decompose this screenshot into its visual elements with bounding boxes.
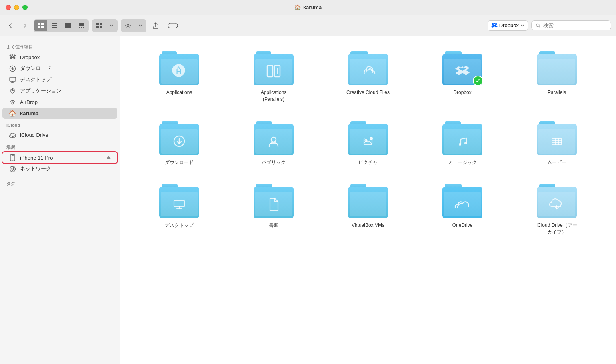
svg-rect-15 [100, 23, 102, 25]
folder-parallels [537, 51, 577, 85]
tag-button[interactable] [165, 20, 181, 31]
iphone-sidebar-icon [9, 154, 16, 161]
home-sidebar-icon: 🏠 [9, 110, 16, 117]
toolbar: Dropbox [0, 15, 616, 36]
svg-rect-1 [41, 23, 44, 25]
file-item-dropbox[interactable]: ✓ Dropbox [419, 48, 506, 106]
svg-line-21 [539, 26, 540, 28]
close-button[interactable] [6, 5, 11, 10]
folder-apps-parallels [254, 51, 294, 85]
sidebar-item-dropbox[interactable]: Dropbox [2, 52, 117, 63]
svg-point-20 [536, 24, 539, 26]
sidebar-label-icloud-drive: iCloud Drive [20, 132, 48, 138]
folder-downloads [159, 121, 199, 155]
svg-rect-7 [65, 23, 67, 28]
svg-rect-55 [174, 200, 184, 207]
file-item-public[interactable]: パブリック [230, 118, 317, 169]
file-area: 🅐 Applications [120, 36, 616, 364]
file-item-music[interactable]: ミュージック [419, 118, 506, 169]
maximize-button[interactable] [22, 5, 28, 10]
file-item-movies[interactable]: ムービー [514, 118, 600, 169]
file-item-desktop-folder[interactable]: デスクトップ [136, 181, 222, 239]
svg-rect-3 [41, 26, 44, 28]
sidebar-item-icloud-drive[interactable]: iCloud Drive [2, 129, 117, 140]
gear-dropdown-button[interactable] [135, 20, 146, 31]
svg-rect-19 [168, 23, 178, 28]
sidebar-item-network[interactable]: ネットワーク [2, 163, 117, 174]
folder-pictures [348, 121, 388, 155]
file-label-parallels: Parallels [548, 89, 566, 96]
svg-rect-12 [81, 27, 82, 28]
file-item-pictures[interactable]: ピクチャ [325, 118, 411, 169]
svg-rect-50 [552, 138, 562, 145]
file-label-downloads: ダウンロード [165, 159, 194, 166]
sidebar-label-airdrop: AirDrop [20, 99, 38, 105]
dropbox-label: Dropbox [499, 22, 519, 28]
sidebar-item-karuma[interactable]: 🏠 karuma [2, 108, 117, 119]
minimize-button[interactable] [14, 5, 19, 10]
view-gallery-button[interactable] [75, 20, 88, 31]
tags-label: タグ [6, 181, 113, 187]
file-item-downloads[interactable]: ダウンロード [136, 118, 222, 169]
sidebar-label-iphone: iPhone 11 Pro [20, 155, 53, 161]
back-button[interactable] [5, 20, 16, 31]
eject-icon[interactable]: ⏏ [106, 155, 111, 160]
toolbar-right: Dropbox [488, 20, 611, 31]
folder-music [442, 121, 482, 155]
folder-documents [254, 184, 294, 218]
file-item-virtualbox[interactable]: VirtualBox VMs [325, 181, 411, 239]
file-item-documents[interactable]: 書類 [230, 181, 317, 239]
sidebar-label-dropbox: Dropbox [20, 54, 40, 60]
sidebar-item-desktop[interactable]: デスクトップ [2, 74, 117, 85]
airdrop-sidebar-icon [9, 98, 16, 106]
desktop-sidebar-icon [9, 76, 16, 83]
file-item-applications[interactable]: 🅐 Applications [136, 48, 222, 106]
share-button[interactable] [150, 20, 162, 31]
search-box[interactable] [531, 20, 611, 30]
file-label-desktop-folder: デスクトップ [165, 222, 194, 229]
file-label-icloud-archive: iCloud Drive（アーカイブ） [535, 222, 579, 236]
dropbox-toolbar-button[interactable]: Dropbox [488, 20, 528, 31]
file-item-creative-cloud[interactable]: Creative Cloud Files [325, 48, 411, 106]
window-controls[interactable] [6, 5, 28, 10]
svg-rect-16 [96, 26, 99, 28]
view-icon-button[interactable] [34, 20, 47, 31]
title-bar: 🏠 karuma [0, 0, 616, 15]
svg-rect-11 [79, 27, 80, 28]
svg-rect-9 [69, 23, 71, 28]
forward-button[interactable] [19, 20, 30, 31]
sidebar-item-airdrop[interactable]: AirDrop [2, 96, 117, 108]
svg-rect-10 [79, 23, 84, 26]
file-label-onedrive: OneDrive [452, 222, 473, 229]
sidebar-label-apps: アプリケーション [20, 87, 62, 94]
sidebar-label-downloads: ダウンロード [20, 65, 51, 72]
download-sidebar-icon [9, 65, 16, 72]
group-dropdown-button[interactable] [106, 20, 117, 31]
icloud-sidebar-icon [9, 131, 16, 138]
sidebar-item-iphone[interactable]: iPhone 11 Pro ⏏ [2, 152, 117, 163]
action-gear-button[interactable] [122, 20, 134, 31]
view-column-button[interactable] [62, 20, 74, 31]
group-by-button[interactable] [93, 20, 106, 31]
file-label-pictures: ピクチャ [358, 159, 378, 166]
svg-line-29 [11, 90, 13, 91]
svg-rect-5 [52, 25, 57, 26]
file-item-icloud-archive[interactable]: iCloud Drive（アーカイブ） [514, 181, 600, 239]
svg-line-28 [12, 90, 14, 91]
sidebar-item-downloads[interactable]: ダウンロード [2, 63, 117, 74]
file-item-onedrive[interactable]: OneDrive [419, 181, 506, 239]
sidebar-item-apps[interactable]: アプリケーション [2, 85, 117, 96]
file-item-apps-parallels[interactable]: Applications (Parallels) [230, 48, 317, 106]
search-input[interactable] [543, 22, 607, 28]
svg-point-34 [12, 160, 13, 160]
dropbox-sidebar-icon [9, 54, 16, 61]
svg-point-43 [271, 137, 276, 142]
folder-icloud-archive [537, 184, 577, 218]
svg-rect-17 [100, 26, 102, 28]
view-list-button[interactable] [48, 20, 61, 31]
sidebar-label-network: ネットワーク [20, 165, 51, 172]
dropbox-badge: ✓ [473, 76, 483, 86]
svg-rect-6 [52, 27, 57, 28]
file-item-parallels[interactable]: Parallels [514, 48, 600, 106]
file-label-creative-cloud: Creative Cloud Files [346, 89, 390, 96]
